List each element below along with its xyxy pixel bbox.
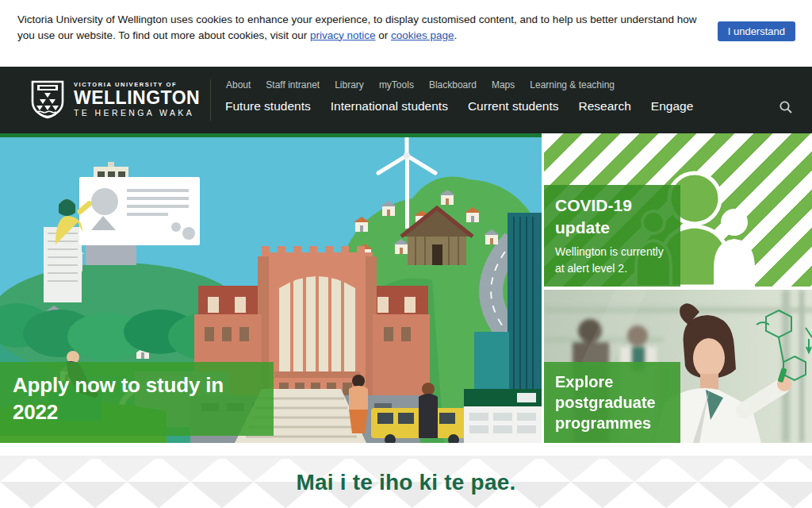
cookie-text-3: . [454,29,458,41]
cookie-message: Victoria University of Wellington uses c… [17,12,715,43]
nav-research[interactable]: Research [579,99,631,114]
covid-update-panel[interactable]: COVID-19 update Wellington is currently … [544,133,812,287]
hero-section: Apply now to study in 2022 COVID-19 upda… [0,133,812,443]
search-icon[interactable] [779,100,793,114]
hero-illustration: Apply now to study in 2022 [0,133,542,443]
main-nav: Future students International students C… [225,99,693,114]
nav-mytools[interactable]: myTools [379,79,414,90]
spacer [0,443,812,456]
shield-crest-icon [30,79,65,119]
cookie-banner: Victoria University of Wellington uses c… [0,0,812,67]
nav-international-students[interactable]: International students [331,99,448,114]
nav-about[interactable]: About [226,79,251,90]
cookie-text-2: or [376,29,392,41]
logo-line-2: WELLINGTON [74,88,200,107]
nav-future-students[interactable]: Future students [225,99,311,114]
motto-section: Mai i te iho ki te pae. [0,456,812,508]
nav-blackboard[interactable]: Blackboard [429,79,477,90]
nav-engage[interactable]: Engage [651,99,693,114]
university-logo[interactable]: VICTORIA UNIVERSITY OF WELLINGTON TE HER… [30,79,200,119]
explore-title: Explore postgraduate programmes [555,371,669,433]
logo-line-3: TE HERENGA WAKA [74,108,200,117]
nav-maps[interactable]: Maps [492,79,515,90]
cookies-page-link[interactable]: cookies page [391,29,454,41]
nav-current-students[interactable]: Current students [468,99,559,114]
apply-heading: Apply now to study in 2022 [13,373,224,423]
explore-overlay-box: Explore postgraduate programmes [544,362,680,443]
logo-text: VICTORIA UNIVERSITY OF WELLINGTON TE HER… [74,81,200,117]
apply-banner[interactable]: Apply now to study in 2022 [0,362,274,436]
cookie-accept-button[interactable]: I understand [718,21,795,41]
covid-overlay-box: COVID-19 update Wellington is currently … [544,185,680,287]
site-header: VICTORIA UNIVERSITY OF WELLINGTON TE HER… [0,67,812,133]
explore-postgrad-panel[interactable]: Explore postgraduate programmes [544,290,812,443]
hero-right-column: COVID-19 update Wellington is currently … [542,133,812,443]
nav-library[interactable]: Library [335,79,364,90]
covid-title: COVID-19 update [555,194,669,238]
nav-learning-teaching[interactable]: Learning & teaching [530,79,615,90]
nav-staff-intranet[interactable]: Staff intranet [266,79,320,90]
covid-alert-text: Wellington is currently at alert level 2… [555,244,669,277]
utility-nav: About Staff intranet Library myTools Bla… [226,79,615,90]
header-divider [210,79,211,121]
maori-motto: Mai i te iho ki te pae. [0,456,812,495]
privacy-notice-link[interactable]: privacy notice [310,29,376,41]
